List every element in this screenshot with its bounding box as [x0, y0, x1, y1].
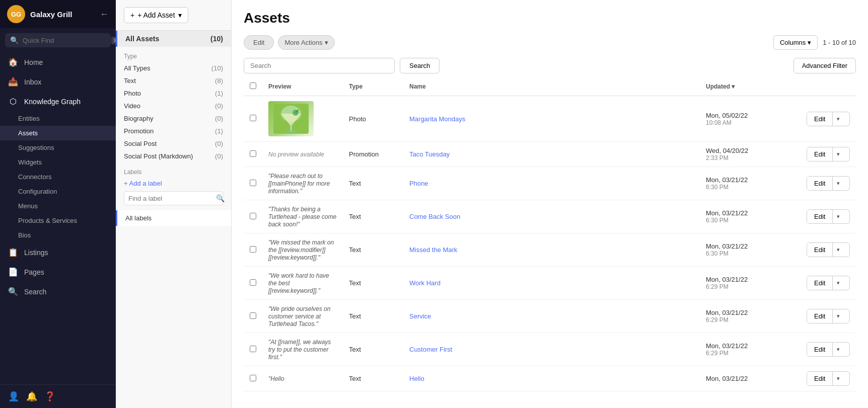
asset-name-link[interactable]: Service — [409, 312, 431, 320]
filter-type-biography[interactable]: Biography (0) — [116, 112, 231, 125]
quick-find-input[interactable] — [23, 37, 107, 44]
filter-type-all-types[interactable]: All Types (10) — [116, 62, 231, 74]
sidebar-item-entities[interactable]: Entities — [0, 111, 116, 126]
cell-updated: Mon, 03/21/226:29 PM — [700, 300, 801, 333]
sidebar-item-label: Home — [24, 58, 43, 66]
sidebar-item-inbox[interactable]: 📥 Inbox — [0, 72, 116, 92]
row-checkbox[interactable] — [250, 346, 256, 352]
edit-row-button[interactable]: Edit — [807, 210, 833, 223]
row-checkbox[interactable] — [250, 279, 256, 286]
updated-time: 6:29 PM — [706, 350, 794, 357]
search-button[interactable]: Search — [400, 58, 440, 73]
filter-type-promotion[interactable]: Promotion (1) — [116, 125, 231, 137]
row-checkbox[interactable] — [250, 312, 256, 319]
sidebar: GG Galaxy Grill ← 🔍 ⌘ K 🏠 Home 📥 Inbox ⬡… — [0, 0, 116, 408]
sidebar-item-knowledge-graph[interactable]: ⬡ Knowledge Graph — [0, 92, 116, 111]
edit-row-button[interactable]: Edit — [807, 276, 833, 290]
label-search[interactable]: 🔍 — [124, 191, 223, 205]
edit-row-button[interactable]: Edit — [807, 309, 833, 323]
filter-type-video[interactable]: Video (0) — [116, 100, 231, 112]
filter-type-social-post-markdown[interactable]: Social Post (Markdown) (0) — [116, 150, 231, 162]
row-checkbox[interactable] — [250, 213, 256, 219]
asset-name-link[interactable]: Margarita Mondays — [409, 115, 465, 123]
filter-type-photo[interactable]: Photo (1) — [116, 87, 231, 100]
edit-row-chevron[interactable]: ▾ — [833, 343, 844, 356]
filter-panel-header: + + Add Asset ▾ — [116, 0, 231, 31]
row-checkbox[interactable] — [250, 375, 256, 381]
preview-text: "We work hard to have the best [[review.… — [268, 272, 329, 294]
preview-text: "Please reach out to [[mainPhone]] for m… — [268, 173, 330, 195]
sidebar-item-search[interactable]: 🔍 Search — [0, 282, 116, 301]
table-row: PhotoMargarita MondaysMon, 05/02/2210:08… — [244, 96, 856, 142]
row-checkbox[interactable] — [250, 150, 256, 157]
edit-row-button[interactable]: Edit — [807, 343, 833, 356]
all-labels-item[interactable]: All labels — [116, 210, 231, 226]
filter-type-social-post[interactable]: Social Post (0) — [116, 137, 231, 150]
select-all-checkbox[interactable] — [250, 83, 256, 89]
sidebar-item-widgets[interactable]: Widgets — [0, 155, 116, 170]
sidebar-item-configuration[interactable]: Configuration — [0, 184, 116, 199]
updated-time: 6:30 PM — [706, 250, 794, 257]
label-search-input[interactable] — [128, 195, 213, 202]
edit-row-button[interactable]: Edit — [807, 243, 833, 257]
sidebar-item-connectors[interactable]: Connectors — [0, 170, 116, 184]
row-checkbox[interactable] — [250, 180, 256, 186]
asset-name-link[interactable]: Hello — [409, 375, 424, 382]
search-bar: Search Advanced Filter — [232, 54, 868, 77]
asset-name-link[interactable]: Phone — [409, 180, 428, 187]
edit-row-chevron[interactable]: ▾ — [833, 277, 844, 289]
col-header-updated[interactable]: Updated ▾ — [700, 77, 801, 96]
all-assets-label: All Assets — [125, 35, 159, 43]
row-checkbox[interactable] — [250, 246, 256, 253]
user-icon[interactable]: 👤 — [8, 391, 19, 402]
asset-name-link[interactable]: Missed the Mark — [409, 246, 457, 254]
page-title: Assets — [244, 10, 856, 26]
asset-name-link[interactable]: Work Hard — [409, 279, 441, 287]
updated-date: Mon, 05/02/22 — [706, 112, 794, 119]
edit-row-chevron[interactable]: ▾ — [833, 210, 844, 223]
sidebar-item-suggestions[interactable]: Suggestions — [0, 140, 116, 155]
edit-row-button[interactable]: Edit — [807, 147, 833, 161]
sidebar-item-assets[interactable]: Assets — [0, 126, 116, 140]
sidebar-item-home[interactable]: 🏠 Home — [0, 52, 116, 72]
sidebar-item-listings[interactable]: 📋 Listings — [0, 242, 116, 262]
edit-button[interactable]: Edit — [244, 35, 274, 50]
updated-date: Mon, 03/21/22 — [706, 209, 794, 217]
edit-row-chevron[interactable]: ▾ — [833, 372, 844, 385]
asset-name-link[interactable]: Customer First — [409, 346, 452, 353]
edit-row-button[interactable]: Edit — [807, 112, 833, 126]
sidebar-item-menus[interactable]: Menus — [0, 199, 116, 213]
add-label-link[interactable]: + Add a label — [124, 180, 223, 187]
search-input[interactable] — [250, 62, 388, 69]
asset-name-link[interactable]: Taco Tuesday — [409, 150, 450, 158]
asset-name-link[interactable]: Come Back Soon — [409, 213, 460, 220]
help-icon[interactable]: ❓ — [44, 391, 55, 402]
edit-row-chevron[interactable]: ▾ — [833, 113, 844, 125]
sidebar-item-products-services[interactable]: Products & Services — [0, 213, 116, 228]
preview-image — [268, 101, 314, 136]
svg-point-3 — [286, 130, 296, 133]
chevron-down-icon: ▾ — [178, 11, 182, 19]
edit-row-chevron[interactable]: ▾ — [833, 148, 844, 160]
sidebar-item-pages[interactable]: 📄 Pages — [0, 262, 116, 282]
back-icon[interactable]: ← — [100, 9, 109, 20]
cell-type: Promotion — [343, 142, 403, 167]
advanced-filter-button[interactable]: Advanced Filter — [793, 58, 856, 73]
bell-icon[interactable]: 🔔 — [26, 391, 37, 402]
add-asset-button[interactable]: + + Add Asset ▾ — [124, 7, 188, 23]
table-row: "Please reach out to [[mainPhone]] for m… — [244, 167, 856, 200]
edit-row-button[interactable]: Edit — [807, 177, 833, 190]
edit-row-chevron[interactable]: ▾ — [833, 310, 844, 322]
search-input-wrap[interactable] — [244, 58, 395, 73]
sidebar-item-bios[interactable]: Bios — [0, 228, 116, 242]
row-checkbox[interactable] — [250, 115, 256, 121]
filter-type-text[interactable]: Text (8) — [116, 74, 231, 87]
more-actions-button[interactable]: More Actions ▾ — [278, 35, 334, 50]
updated-date: Mon, 03/21/22 — [706, 176, 794, 184]
columns-button[interactable]: Columns ▾ — [773, 35, 818, 50]
quick-find-search[interactable]: 🔍 ⌘ K — [5, 33, 111, 47]
edit-row-button[interactable]: Edit — [807, 372, 833, 385]
edit-row-chevron[interactable]: ▾ — [833, 177, 844, 190]
edit-row-chevron[interactable]: ▾ — [833, 243, 844, 256]
all-assets-row[interactable]: All Assets (10) — [116, 31, 231, 47]
